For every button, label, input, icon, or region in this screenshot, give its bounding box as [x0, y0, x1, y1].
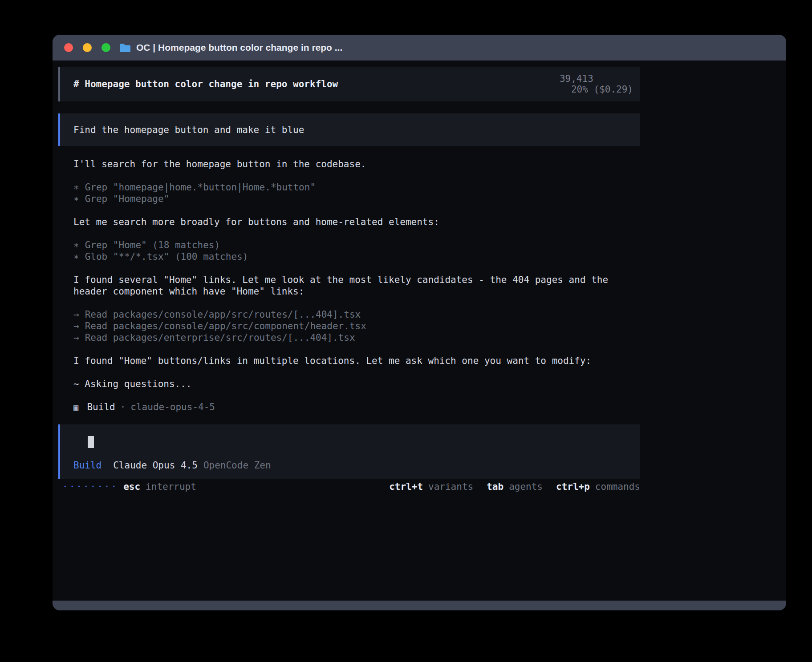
hint-label: agents — [509, 481, 543, 492]
hint-label: variants — [428, 481, 473, 492]
tool-call-group-3: →Read packages/console/app/src/routes/[.… — [73, 309, 640, 343]
content-column: # Homepage button color change in repo w… — [58, 67, 640, 492]
arrow-right-icon: → — [73, 332, 79, 343]
read-file-line: →Read packages/console/app/src/component… — [73, 320, 640, 332]
minimize-button[interactable] — [83, 43, 92, 52]
input-model-label: Claude Opus 4.5 — [113, 460, 198, 471]
read-file-text: Read packages/console/app/src/component/… — [85, 321, 366, 331]
hint-interrupt: escinterrupt — [123, 481, 196, 492]
session-header: # Homepage button color change in repo w… — [58, 67, 640, 101]
arrow-right-icon: → — [73, 309, 79, 320]
titlebar: OC | Homepage button color change in rep… — [53, 35, 786, 61]
tool-call-line: ∗Glob "**/*.tsx" (100 matches) — [73, 251, 640, 262]
assistant-text-3: I found several "Home" links. Let me loo… — [73, 274, 640, 297]
assistant-text-1: I'll search for the homepage button in t… — [73, 158, 640, 170]
terminal-window: OC | Homepage button color change in rep… — [53, 35, 786, 610]
context-usage: 20% ($0.29) — [571, 84, 633, 95]
agent-separator: · — [120, 402, 126, 412]
agent-name: Build — [87, 402, 115, 412]
input-provider-label: OpenCode Zen — [203, 460, 271, 471]
user-message: Find the homepage button and make it blu… — [58, 113, 640, 146]
prompt-input[interactable]: BuildClaude Opus 4.5OpenCode Zen — [58, 424, 640, 479]
statusbar-left: ········ escinterrupt — [62, 481, 196, 492]
user-message-text: Find the homepage button and make it blu… — [73, 125, 304, 135]
tool-call-line: ∗Grep "Home" (18 matches) — [73, 239, 640, 251]
tool-call-text: Glob "**/*.tsx" (100 matches) — [85, 251, 248, 262]
assistant-text-2: Let me search more broadly for buttons a… — [73, 216, 640, 228]
window-title: OC | Homepage button color change in rep… — [136, 42, 342, 53]
statusbar-right: ctrl+tvariants tabagents ctrl+pcommands — [389, 481, 640, 492]
tool-asterisk-icon: ∗ — [73, 251, 79, 262]
input-mode-label: Build — [73, 460, 102, 471]
tool-call-text: Grep "homepage|home.*button|Home.*button… — [85, 182, 316, 193]
tool-asterisk-icon: ∗ — [73, 240, 79, 250]
read-file-text: Read packages/enterprise/src/routes/[...… — [85, 332, 355, 343]
conversation: I'll search for the homepage button in t… — [58, 146, 640, 413]
hint-key: ctrl+p — [556, 481, 590, 492]
read-file-line: →Read packages/enterprise/src/routes/[..… — [73, 332, 640, 343]
hint-variants: ctrl+tvariants — [389, 481, 473, 492]
folder-icon — [119, 43, 131, 52]
token-count: 39,413 — [560, 73, 593, 84]
input-meta: BuildClaude Opus 4.5OpenCode Zen — [73, 460, 628, 471]
statusbar: ········ escinterrupt ctrl+tvariants tab… — [58, 481, 640, 492]
session-title: # Homepage button color change in repo w… — [73, 79, 338, 89]
asking-questions-status: ~ Asking questions... — [73, 378, 640, 390]
terminal-content: # Homepage button color change in repo w… — [53, 61, 786, 601]
hint-label: commands — [595, 481, 640, 492]
read-file-line: →Read packages/console/app/src/routes/[.… — [73, 309, 640, 320]
tool-call-group-1: ∗Grep "homepage|home.*button|Home.*butto… — [73, 182, 640, 205]
hint-label: interrupt — [146, 481, 196, 492]
hint-commands: ctrl+pcommands — [556, 481, 640, 492]
tool-asterisk-icon: ∗ — [73, 182, 79, 193]
traffic-lights — [64, 43, 110, 52]
session-stats: 39,413 20% ($0.29) — [503, 63, 633, 105]
spinner-dots-icon: ········ — [62, 481, 118, 492]
tool-call-line: ∗Grep "homepage|home.*button|Home.*butto… — [73, 182, 640, 193]
tool-asterisk-icon: ∗ — [73, 194, 79, 204]
hint-key: esc — [123, 481, 140, 492]
zoom-button[interactable] — [102, 43, 110, 52]
tool-call-line: ∗Grep "Homepage" — [73, 193, 640, 205]
tool-call-text: Grep "Home" (18 matches) — [85, 240, 220, 250]
hint-agents: tabagents — [487, 481, 543, 492]
hint-key: ctrl+t — [389, 481, 423, 492]
assistant-text-4: I found "Home" buttons/links in multiple… — [73, 355, 640, 367]
hint-key: tab — [487, 481, 503, 492]
agent-model: claude-opus-4-5 — [130, 402, 215, 412]
tool-call-group-2: ∗Grep "Home" (18 matches) ∗Glob "**/*.ts… — [73, 239, 640, 262]
read-file-text: Read packages/console/app/src/routes/[..… — [85, 309, 361, 320]
text-cursor — [88, 436, 94, 448]
arrow-right-icon: → — [73, 321, 79, 331]
close-button[interactable] — [64, 43, 73, 52]
tool-call-text: Grep "Homepage" — [85, 194, 170, 204]
agent-mode-icon: ▣ — [73, 402, 78, 412]
agent-status-line: ▣Build·claude-opus-4-5 — [73, 401, 640, 413]
